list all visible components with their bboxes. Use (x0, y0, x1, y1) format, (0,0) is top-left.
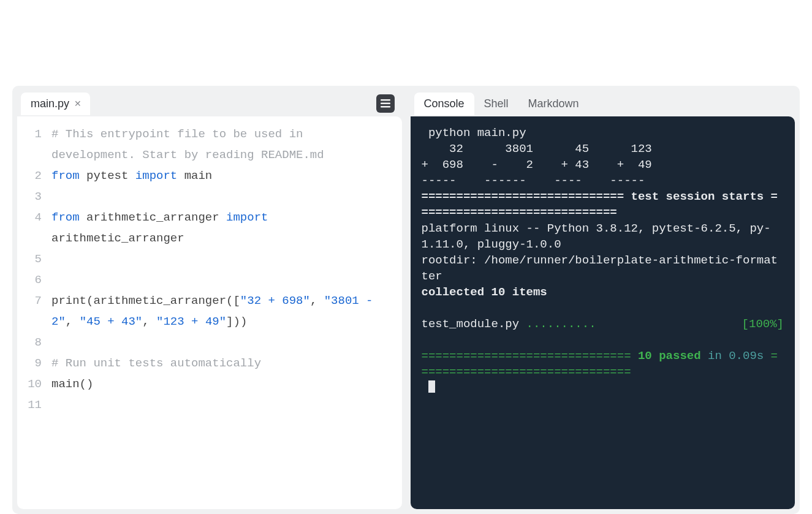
pass-label: 10 passed (638, 349, 701, 363)
collected-line: collected 10 items (422, 285, 547, 299)
line-number: 8 (17, 332, 51, 353)
session-label: test session starts (631, 190, 764, 203)
code-line[interactable]: main() (51, 374, 402, 395)
rootdir-line: rootdir: /home/runner/boilerplate-arithm… (422, 254, 778, 283)
svg-rect-0 (381, 99, 390, 101)
editor-tab-filename: main.py (31, 97, 69, 110)
line-number: 7 (17, 290, 51, 332)
code-line[interactable] (51, 270, 402, 290)
platform-line: platform linux -- Python 3.8.12, pytest-… (422, 222, 771, 251)
editor-tab-main[interactable]: main.py ✕ (21, 93, 90, 115)
line-number: 6 (17, 270, 51, 290)
code-line[interactable] (51, 249, 402, 270)
code-line[interactable]: # This entrypoint file to be used in dev… (51, 124, 402, 165)
hamburger-icon[interactable] (376, 94, 395, 113)
console-output[interactable]: python main.py 32 3801 45 123 + 698 - 2 … (411, 116, 795, 509)
arranged-row-2: + 698 - 2 + 43 + 49 (422, 158, 652, 172)
editor-pane: main.py ✕ 1# This entrypoint file to be … (17, 91, 402, 509)
line-number: 11 (17, 395, 51, 415)
svg-rect-1 (381, 103, 390, 105)
pass-mid: in 0.09s (701, 349, 764, 363)
code-line[interactable]: from pytest import main (51, 165, 402, 186)
code-editor[interactable]: 1# This entrypoint file to be used in de… (17, 116, 402, 509)
test-file: test_module.py (422, 317, 526, 331)
line-number: 4 (17, 207, 51, 249)
test-percent: [100%] (742, 317, 784, 331)
tab-console[interactable]: Console (414, 93, 474, 115)
line-number: 3 (17, 186, 51, 207)
output-pane: ConsoleShellMarkdown python main.py 32 3… (411, 91, 795, 509)
test-dots: .......... (526, 317, 596, 331)
editor-tabs-row: main.py ✕ (17, 91, 402, 116)
line-number: 5 (17, 249, 51, 270)
line-number: 1 (17, 124, 51, 165)
tab-markdown[interactable]: Markdown (518, 93, 589, 115)
arranged-row-1: 32 3801 45 123 (422, 142, 652, 156)
svg-rect-2 (381, 106, 390, 108)
line-number: 2 (17, 165, 51, 186)
code-line[interactable] (51, 395, 402, 415)
close-icon[interactable]: ✕ (73, 99, 82, 108)
tab-shell[interactable]: Shell (474, 93, 518, 115)
cursor-icon (428, 380, 435, 393)
code-line[interactable]: print(arithmetic_arranger(["32 + 698", "… (51, 290, 402, 332)
line-number: 9 (17, 353, 51, 374)
session-sep-pre: ============================= (422, 190, 631, 203)
arranged-row-3: ----- ------ ---- ----- (422, 174, 645, 187)
pass-sep-pre: ============================== (422, 349, 638, 363)
console-command: python main.py (428, 126, 526, 140)
line-number: 10 (17, 374, 51, 395)
output-tabs-row: ConsoleShellMarkdown (411, 91, 795, 116)
code-line[interactable] (51, 186, 402, 207)
code-line[interactable] (51, 332, 402, 353)
code-line[interactable]: from arithmetic_arranger import arithmet… (51, 207, 402, 249)
code-line[interactable]: # Run unit tests automatically (51, 353, 402, 374)
